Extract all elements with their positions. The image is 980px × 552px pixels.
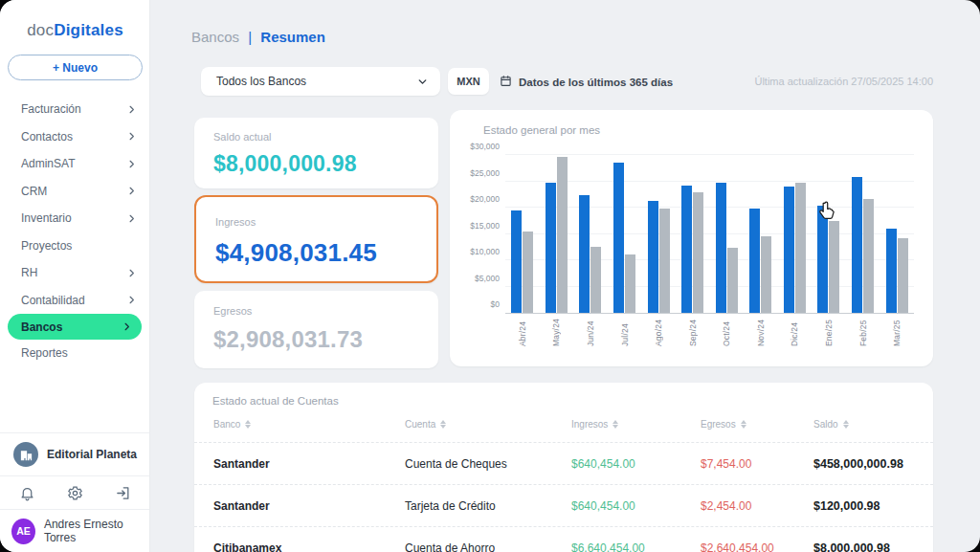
- cell-ingresos: $640,454.00: [571, 499, 635, 513]
- currency-badge[interactable]: MXN: [448, 68, 489, 95]
- bar-group-nov-24[interactable]: [744, 155, 778, 313]
- bar-ingresos-sep-24[interactable]: [681, 186, 692, 313]
- bar-ingresos-oct-24[interactable]: [716, 183, 726, 313]
- egresos-card[interactable]: Egresos $2,908,031.73: [194, 291, 438, 368]
- accounts-table-header: BancoCuentaIngresosEgresosSaldo: [194, 419, 933, 436]
- bar-egresos-may-24[interactable]: [557, 157, 568, 313]
- bar-group-oct-24[interactable]: [709, 155, 744, 313]
- sort-icon[interactable]: [741, 420, 746, 429]
- chevron-right-icon: [126, 159, 137, 169]
- saldo-actual-label: Saldo actual: [213, 131, 419, 143]
- chevron-right-icon: [126, 268, 137, 278]
- bank-select-dropdown[interactable]: Todos los Bancos: [201, 67, 440, 96]
- bar-ingresos-ago-24[interactable]: [648, 201, 658, 313]
- sidebar-item-label: Facturación: [21, 102, 81, 116]
- column-header-ingresos[interactable]: Ingresos: [571, 419, 618, 430]
- new-button[interactable]: + Nuevo: [8, 55, 143, 80]
- bar-group-feb-25[interactable]: [846, 155, 880, 313]
- chart-x-tick-label: Jun/24: [586, 319, 595, 346]
- column-header-cuenta[interactable]: Cuenta: [405, 419, 446, 430]
- column-header-banco[interactable]: Banco: [213, 419, 251, 430]
- bar-group-ene-25[interactable]: [812, 155, 846, 313]
- sidebar-item-bancos[interactable]: Bancos: [8, 314, 142, 340]
- chart-y-tick-label: $5,000: [475, 274, 500, 283]
- bar-group-jun-24[interactable]: [573, 155, 608, 313]
- sidebar-item-inventario[interactable]: Inventario: [0, 205, 150, 232]
- cell-egresos: $7,454.00: [701, 457, 751, 471]
- table-row[interactable]: CitibanamexCuenta de Ahorro$6,640,454.00…: [194, 526, 933, 552]
- sort-icon[interactable]: [612, 420, 618, 429]
- cell-cuenta: Cuenta de Cheques: [405, 457, 507, 471]
- bar-egresos-sep-24[interactable]: [693, 192, 703, 313]
- app-logo: docDigitales: [0, 21, 150, 40]
- notifications-bell-icon[interactable]: [17, 483, 36, 502]
- bar-group-dic-24[interactable]: [778, 155, 813, 313]
- cell-saldo: $120,000.98: [813, 499, 880, 513]
- column-header-egresos[interactable]: Egresos: [701, 419, 746, 430]
- cell-cuenta: Tarjeta de Crédito: [405, 499, 496, 513]
- column-header-saldo[interactable]: Saldo: [813, 419, 849, 430]
- sidebar-item-label: AdminSAT: [21, 157, 75, 170]
- ingresos-label: Ingresos: [215, 216, 417, 228]
- sidebar-item-contabilidad[interactable]: Contabilidad: [0, 287, 150, 315]
- bar-group-mar-25[interactable]: [880, 155, 914, 313]
- breadcrumb-current[interactable]: Resumen: [260, 29, 325, 45]
- bar-egresos-oct-24[interactable]: [727, 248, 738, 313]
- chart-x-tick-label: Mar/25: [892, 319, 902, 346]
- sidebar-item-facturaci-n[interactable]: Facturación: [0, 96, 150, 123]
- workspace-row[interactable]: Editorial Planeta: [13, 442, 137, 467]
- user-row[interactable]: AE Andres Ernesto Torres: [11, 518, 149, 544]
- bar-egresos-jun-24[interactable]: [590, 247, 601, 313]
- sort-icon[interactable]: [440, 420, 446, 429]
- bar-egresos-abr-24[interactable]: [523, 232, 533, 313]
- bar-egresos-mar-25[interactable]: [898, 238, 908, 313]
- building-icon: [13, 442, 38, 467]
- app-window: docDigitales + Nuevo FacturaciónContacto…: [0, 0, 980, 552]
- sidebar-item-contactos[interactable]: Contactos: [0, 123, 150, 151]
- table-row[interactable]: SantanderTarjeta de Crédito$640,454.00$2…: [194, 484, 933, 526]
- cell-banco: Santander: [213, 457, 270, 471]
- bar-egresos-nov-24[interactable]: [761, 236, 771, 313]
- bar-group-may-24[interactable]: [540, 155, 574, 313]
- bar-ingresos-jun-24[interactable]: [579, 195, 590, 313]
- breadcrumb-parent[interactable]: Bancos: [191, 29, 239, 45]
- bar-egresos-ago-24[interactable]: [659, 209, 670, 313]
- sidebar-item-rh[interactable]: RH: [0, 259, 150, 287]
- bar-group-sep-24[interactable]: [676, 155, 710, 313]
- bar-ingresos-ene-25[interactable]: [817, 206, 828, 313]
- bar-chart-plot[interactable]: $0$5,000$10,000$15,000$20,000$25,000$30,…: [505, 155, 914, 314]
- sidebar-item-proyectos[interactable]: Proyectos: [0, 232, 150, 260]
- settings-gear-icon[interactable]: [65, 483, 84, 502]
- sort-icon[interactable]: [843, 420, 849, 429]
- bar-group-ago-24[interactable]: [641, 155, 676, 313]
- sidebar-item-adminsat[interactable]: AdminSAT: [0, 150, 150, 178]
- bar-group-abr-24[interactable]: [505, 155, 540, 313]
- bar-ingresos-jul-24[interactable]: [613, 163, 624, 313]
- bar-ingresos-abr-24[interactable]: [511, 210, 522, 313]
- sidebar-item-label: Contabilidad: [21, 294, 85, 307]
- cell-ingresos: $640,454.00: [571, 457, 635, 471]
- egresos-label: Egresos: [213, 305, 419, 317]
- sidebar-item-reportes[interactable]: Reportes: [0, 340, 150, 367]
- sort-icon[interactable]: [245, 420, 251, 429]
- cell-cuenta: Cuenta de Ahorro: [405, 541, 495, 552]
- sidebar-item-crm[interactable]: CRM: [0, 178, 150, 206]
- bar-ingresos-may-24[interactable]: [546, 183, 556, 313]
- bar-egresos-feb-25[interactable]: [863, 199, 874, 313]
- ingresos-card[interactable]: Ingresos $4,908,031.45: [194, 195, 438, 283]
- bar-egresos-jul-24[interactable]: [625, 254, 635, 313]
- sidebar-item-label: Proyectos: [21, 239, 72, 253]
- bar-egresos-dic-24[interactable]: [795, 183, 806, 313]
- bar-egresos-ene-25[interactable]: [829, 221, 839, 313]
- bar-group-jul-24[interactable]: [608, 155, 642, 313]
- table-row[interactable]: SantanderCuenta de Cheques$640,454.00$7,…: [194, 442, 933, 484]
- logout-icon[interactable]: [113, 483, 132, 502]
- saldo-actual-card[interactable]: Saldo actual $8,000,000.98: [194, 118, 438, 188]
- bar-ingresos-dic-24[interactable]: [784, 187, 794, 313]
- sidebar-menu: FacturaciónContactosAdminSATCRMInventari…: [0, 96, 150, 367]
- avatar: AE: [11, 519, 35, 544]
- bar-ingresos-nov-24[interactable]: [749, 209, 760, 313]
- bar-ingresos-feb-25[interactable]: [852, 177, 862, 313]
- chart-x-tick-label: Sep/24: [688, 319, 698, 346]
- bar-ingresos-mar-25[interactable]: [886, 229, 897, 313]
